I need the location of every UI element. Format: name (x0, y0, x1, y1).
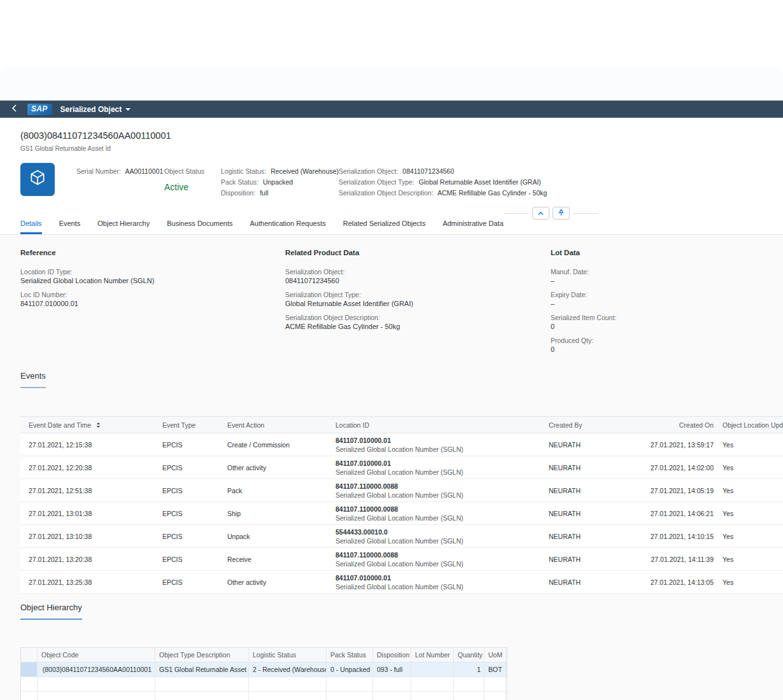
location-id: 841107.010000.01 (335, 459, 540, 468)
cell-pack-status (327, 677, 373, 691)
detail-field: Expiry Date: – (551, 290, 783, 308)
pack-status-value: Unpacked (263, 178, 293, 186)
cell-action: Create / Commission (219, 433, 327, 456)
field-value: Serialized Global Location Number (SGLN) (20, 276, 262, 285)
tab-related-serialized-objects[interactable]: Related Serialized Objects (343, 220, 426, 234)
chevron-left-icon (11, 104, 17, 114)
column-header-lot-number[interactable]: Lot Number (411, 648, 454, 662)
cell-disposition (373, 677, 411, 691)
divider (573, 213, 598, 214)
tab-events[interactable]: Events (59, 220, 81, 234)
cell-location: 841107.110000.0088 Serialized Global Loc… (327, 479, 540, 501)
column-label: Event Date and Time (29, 421, 91, 429)
events-table-header: Event Date and Time Event Type Event Act… (20, 417, 783, 433)
logistic-status-value: Received (Warehouse) (271, 167, 339, 175)
tab-administrative-data[interactable]: Administrative Data (442, 220, 503, 234)
column-header-disposition[interactable]: Disposition (373, 648, 411, 662)
cell-location: 841107.010000.01 Serialized Global Locat… (327, 456, 540, 479)
section-title-text: Object Hierarchy (20, 603, 82, 620)
cell-created-on: 27.01.2021, 14:11:39 (642, 548, 717, 570)
column-header-type-description[interactable]: Object Type Description (155, 648, 249, 662)
column-header-object-location-updated[interactable]: Object Location Updat (717, 417, 783, 433)
field-label: Serialized Item Count: (551, 313, 783, 322)
cell-action: Pack (219, 479, 327, 501)
tab-bar: Details Events Object Hierarchy Business… (0, 220, 783, 235)
column-header-logistic-status[interactable]: Logistic Status (249, 648, 327, 662)
column-header-uom[interactable]: UoM (484, 648, 506, 662)
location-id: 841107.110000.0088 (335, 482, 540, 491)
hierarchy-table-header: Object Code Object Type Description Logi… (21, 648, 507, 662)
field-value: – (551, 276, 783, 285)
cell-action: Other activity (219, 456, 327, 479)
column-header-quantity[interactable]: Quantity (454, 648, 484, 662)
disposition-value: full (260, 189, 268, 197)
field-label: Location ID Type: (20, 267, 262, 276)
detail-field: Serialized Item Count: 0 (551, 313, 783, 331)
page-content: (8003)08411071234560AA00110001 GS1 Globa… (0, 118, 783, 700)
cell-quantity (454, 677, 484, 691)
cell-updated: Yes (717, 525, 783, 547)
object-status-field: Object Status Active (164, 166, 207, 192)
table-row[interactable]: 27.01.2021, 13:25:38 EPCIS Other activit… (20, 571, 783, 594)
cell-updated: Yes (717, 479, 783, 501)
shell-bar: SAP Serialized Object (0, 101, 783, 118)
column-header-created-by[interactable]: Created By (540, 417, 642, 433)
field-label: Expiry Date: (551, 290, 783, 299)
hierarchy-row-empty[interactable] (21, 692, 507, 700)
column-header-pack-status[interactable]: Pack Status (327, 648, 373, 662)
cell-type-description (155, 692, 249, 700)
tab-business-documents[interactable]: Business Documents (167, 220, 232, 234)
cell-created-on: 27.01.2021, 14:10:15 (642, 525, 717, 547)
hierarchy-row-empty[interactable] (21, 677, 507, 692)
disposition-label: Disposition: (221, 189, 255, 197)
field-label: Serialization Object Description: (285, 313, 527, 322)
cell-created-by: NEURATH (540, 479, 642, 501)
field-label: Serialization Object Type: (285, 290, 527, 299)
events-table: Event Date and Time Event Type Event Act… (20, 416, 783, 594)
cell-created-on: 27.01.2021, 14:05:19 (642, 479, 717, 501)
table-row[interactable]: 27.01.2021, 12:20:38 EPCIS Other activit… (20, 456, 783, 479)
tab-authentication-requests[interactable]: Authentication Requests (250, 220, 326, 234)
tab-details[interactable]: Details (20, 220, 42, 234)
cell-datetime: 27.01.2021, 12:15:38 (20, 433, 154, 456)
column-header-location-id[interactable]: Location ID (327, 417, 540, 433)
column-header-event-action[interactable]: Event Action (219, 417, 327, 433)
page-subtitle: GS1 Global Returnable Asset Id (20, 145, 111, 152)
column-header-event-datetime[interactable]: Event Date and Time (20, 417, 154, 433)
cell-quantity: 1 (454, 662, 484, 676)
field-label: Loc ID Number: (20, 290, 262, 299)
collapse-header-button[interactable] (532, 207, 549, 220)
location-desc: Serialized Global Location Number (SGLN) (335, 514, 540, 522)
details-group-lot-data: Lot Data Manuf. Date: – Expiry Date: – S… (551, 249, 783, 359)
table-row[interactable]: 27.01.2021, 13:10:38 EPCIS Unpack 554443… (20, 525, 783, 548)
column-header-event-type[interactable]: Event Type (154, 417, 219, 433)
table-row[interactable]: 27.01.2021, 13:20:38 EPCIS Receive 84110… (20, 548, 783, 571)
serialization-object-label: Serialization Object: (339, 167, 398, 175)
cell-updated: Yes (717, 548, 783, 570)
pin-icon (558, 209, 565, 218)
hierarchy-row-selected[interactable]: (8003)08411071234560AA00110001 GS1 Globa… (21, 662, 507, 677)
cell-updated: Yes (717, 456, 783, 479)
column-header-created-on[interactable]: Created On (642, 417, 717, 433)
details-group-related-product: Related Product Data Serialization Objec… (285, 249, 527, 336)
back-button[interactable] (9, 103, 19, 115)
cell-logistic-status (249, 677, 327, 691)
detail-field: Serialization Object Type: Global Return… (285, 290, 527, 308)
location-desc: Serialized Global Location Number (SGLN) (335, 468, 540, 477)
app-title-menu[interactable]: Serialized Object (60, 105, 131, 114)
column-header-object-code[interactable]: Object Code (38, 648, 155, 662)
cell-uom (484, 677, 506, 691)
cell-datetime: 27.01.2021, 13:20:38 (20, 548, 154, 570)
table-row[interactable]: 27.01.2021, 12:51:38 EPCIS Pack 841107.1… (20, 479, 783, 502)
pack-status-label: Pack Status: (221, 178, 258, 186)
object-hierarchy-table: Object Code Object Type Description Logi… (20, 647, 507, 700)
table-row[interactable]: 27.01.2021, 13:01:38 EPCIS Ship 841107.1… (20, 502, 783, 525)
detail-field: Manuf. Date: – (551, 267, 783, 285)
pin-header-button[interactable] (553, 207, 570, 220)
cell-type: EPCIS (154, 548, 219, 570)
table-row[interactable]: 27.01.2021, 12:15:38 EPCIS Create / Comm… (20, 433, 783, 456)
cell-action: Ship (219, 502, 327, 524)
location-desc: Serialized Global Location Number (SGLN) (335, 491, 540, 500)
tab-object-hierarchy[interactable]: Object Hierarchy (97, 220, 150, 234)
field-value: 0 (551, 322, 783, 331)
